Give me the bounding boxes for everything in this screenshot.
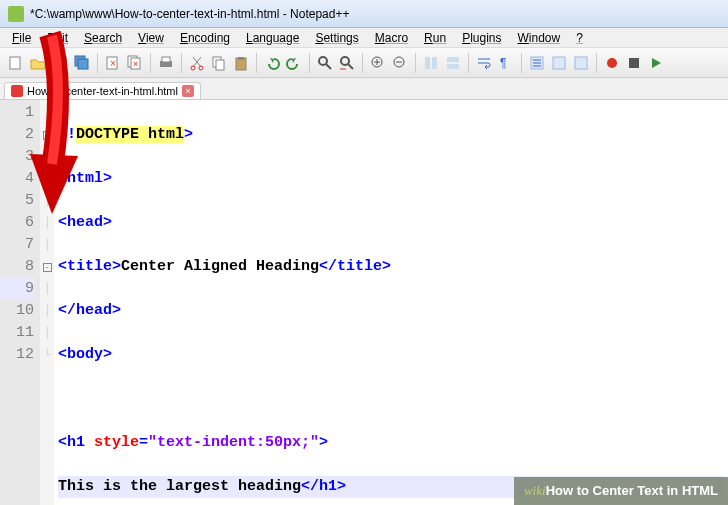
svg-point-30 [607,58,617,68]
save-all-icon[interactable] [72,53,92,73]
menu-plugins[interactable]: Plugins [454,29,509,47]
zoom-in-icon[interactable] [368,53,388,73]
show-all-chars-icon[interactable]: ¶ [496,53,516,73]
svg-rect-4 [78,59,88,69]
watermark: wikiHow to Center Text in HTML [514,477,728,505]
file-modified-icon [11,85,23,97]
titlebar: *C:\wamp\www\How-to-center-text-in-html.… [0,0,728,28]
svg-point-19 [341,57,349,65]
copy-icon[interactable] [209,53,229,73]
sync-h-icon[interactable] [443,53,463,73]
tab-close-icon[interactable]: × [182,85,194,97]
record-macro-icon[interactable] [602,53,622,73]
svg-rect-28 [553,57,565,69]
redo-icon[interactable] [284,53,304,73]
svg-text:×: × [110,58,116,69]
function-list-icon[interactable] [571,53,591,73]
menu-run[interactable]: Run [416,29,454,47]
svg-rect-0 [10,57,20,69]
svg-text:¶: ¶ [500,56,506,70]
menu-window[interactable]: Window [510,29,569,47]
tab-label: How-to-center-text-in-html.html [27,85,178,97]
svg-rect-2 [56,58,64,62]
svg-rect-29 [575,57,587,69]
undo-icon[interactable] [262,53,282,73]
replace-icon[interactable] [337,53,357,73]
svg-rect-22 [425,57,430,69]
editor[interactable]: 123456789101112 - - ││││ - │││└ <!DOCTYP… [0,100,728,505]
wordwrap-icon[interactable] [474,53,494,73]
svg-rect-31 [629,58,639,68]
save-icon[interactable] [50,53,70,73]
cut-icon[interactable] [187,53,207,73]
svg-rect-15 [216,60,224,70]
indent-guide-icon[interactable] [527,53,547,73]
file-tab[interactable]: How-to-center-text-in-html.html × [4,82,201,99]
menu-language[interactable]: Language [238,29,307,47]
window-title: *C:\wamp\www\How-to-center-text-in-html.… [30,7,349,21]
fold-toggle-icon[interactable]: - [43,263,52,272]
menu-help[interactable]: ? [568,29,591,47]
close-icon[interactable]: × [103,53,123,73]
zoom-out-icon[interactable] [390,53,410,73]
paste-icon[interactable] [231,53,251,73]
svg-point-18 [319,57,327,65]
sync-v-icon[interactable] [421,53,441,73]
play-macro-icon[interactable] [646,53,666,73]
find-icon[interactable] [315,53,335,73]
svg-rect-25 [447,64,459,69]
menu-encoding[interactable]: Encoding [172,29,238,47]
menu-view[interactable]: View [130,29,172,47]
print-icon[interactable] [156,53,176,73]
code-area[interactable]: <!DOCTYPE html> <html> <head> <title>Cen… [54,100,728,505]
menu-edit[interactable]: Edit [39,29,76,47]
toolbar: × × ¶ [0,48,728,78]
open-file-icon[interactable] [28,53,48,73]
close-all-icon[interactable]: × [125,53,145,73]
new-file-icon[interactable] [6,53,26,73]
svg-rect-24 [447,57,459,62]
svg-text:×: × [133,59,138,69]
menu-search[interactable]: Search [76,29,130,47]
menu-settings[interactable]: Settings [307,29,366,47]
svg-rect-23 [432,57,437,69]
fold-column: - - ││││ - │││└ [40,100,54,505]
folder-icon[interactable] [549,53,569,73]
menu-macro[interactable]: Macro [367,29,416,47]
svg-rect-17 [238,57,244,60]
fold-toggle-icon[interactable]: - [43,131,52,140]
menu-file[interactable]: File [4,29,39,47]
menubar: File Edit Search View Encoding Language … [0,28,728,48]
stop-macro-icon[interactable] [624,53,644,73]
app-icon [8,6,24,22]
line-gutter: 123456789101112 [0,100,40,505]
fold-toggle-icon[interactable]: - [43,153,52,162]
svg-rect-11 [162,57,170,62]
tabbar: How-to-center-text-in-html.html × [0,78,728,100]
